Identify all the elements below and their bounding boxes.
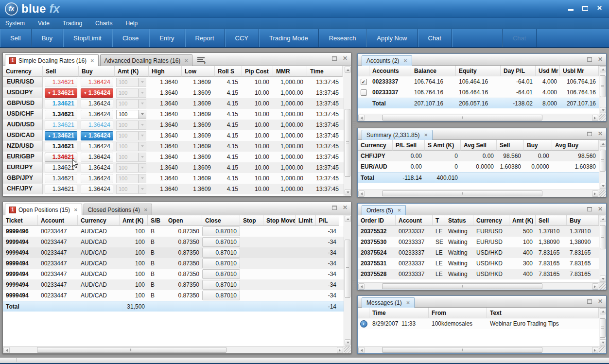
- message-row[interactable]: i8/29/2007 11:33100kdemosalesWebinar Eur…: [358, 318, 606, 329]
- panel-maximize-icon[interactable]: [332, 206, 337, 210]
- resize-grip[interactable]: [599, 282, 606, 290]
- scroll-right-icon[interactable]: [592, 191, 598, 197]
- orders-vertical-scrollbar[interactable]: [599, 215, 606, 282]
- column-header-s-amt-k[interactable]: S Amt (K): [425, 140, 461, 151]
- order-row[interactable]: 2037553000233337SEWaitingEUR/USD1001,380…: [358, 237, 606, 247]
- scroll-left-icon[interactable]: [358, 347, 365, 353]
- sell-price-button[interactable]: 1.34621: [45, 153, 77, 162]
- checkbox-checked[interactable]: ✓: [361, 79, 367, 85]
- column-header-sell[interactable]: Sell: [497, 140, 524, 151]
- window-minimize-icon[interactable]: [568, 9, 574, 11]
- resize-grip[interactable]: [344, 346, 351, 353]
- close-price-button[interactable]: 0.87010: [202, 259, 240, 268]
- column-header-usd-mr[interactable]: Usd Mr: [536, 66, 560, 76]
- order-row[interactable]: 2037553100233337LEWaitingUSD/HKD3007.831…: [358, 258, 606, 269]
- column-header-limit[interactable]: Limit: [296, 215, 316, 226]
- resize-grip[interactable]: [599, 346, 606, 353]
- buy-price-button[interactable]: 1.36424: [81, 121, 113, 130]
- column-header-balance[interactable]: Balance: [411, 66, 456, 76]
- sell-price-button[interactable]: 1.34621: [45, 78, 77, 87]
- scroll-up-icon[interactable]: [600, 140, 606, 147]
- panel-close-icon[interactable]: ✕: [598, 131, 603, 137]
- toolbar-entry-button[interactable]: Entry: [149, 29, 185, 47]
- panel-close-icon[interactable]: ✕: [598, 206, 603, 212]
- column-header-currency[interactable]: Currency: [358, 140, 393, 151]
- accounts-tab[interactable]: Accounts (2) ✕: [362, 55, 412, 66]
- accounts-vertical-scrollbar[interactable]: [599, 66, 606, 114]
- column-header-p-l-sell[interactable]: P/L Sell: [393, 140, 425, 151]
- column-header-amt-k[interactable]: Amt (K): [115, 66, 149, 77]
- column-header-currency[interactable]: Currency: [473, 215, 509, 226]
- messages-horizontal-scrollbar[interactable]: [358, 346, 599, 353]
- panel-close-icon[interactable]: ✕: [343, 55, 348, 61]
- column-header-p-l[interactable]: P/L: [316, 215, 339, 226]
- positions-vertical-scrollbar[interactable]: [344, 215, 351, 346]
- tab-close-icon[interactable]: ✕: [90, 58, 94, 63]
- accounts-horizontal-scrollbar[interactable]: [358, 114, 599, 121]
- column-header-stop-move[interactable]: Stop Move: [263, 215, 296, 226]
- scroll-up-icon[interactable]: [600, 216, 606, 222]
- column-header-usbl-mr[interactable]: Usbl Mr: [560, 66, 599, 76]
- orders-horizontal-scrollbar[interactable]: [358, 282, 599, 290]
- toolbar-sell-button[interactable]: Sell: [0, 29, 32, 47]
- scrollbar-thumb[interactable]: [600, 150, 606, 172]
- buy-price-button[interactable]: 1.36424: [81, 99, 113, 108]
- column-header-order-id[interactable]: Order ID: [358, 215, 396, 226]
- scroll-right-icon[interactable]: [592, 115, 598, 121]
- menu-item-trading[interactable]: Trading: [63, 20, 82, 27]
- column-header-buy[interactable]: Buy: [567, 215, 599, 226]
- dealing-row-nzd-usd[interactable]: NZD/USD1.346211.364241001.36401.36094.15…: [3, 141, 351, 152]
- column-header-currency[interactable]: Currency: [3, 66, 43, 77]
- panel-maximize-icon[interactable]: [587, 207, 592, 211]
- column-header-pip-cost[interactable]: Pip Cost: [242, 66, 273, 77]
- buy-price-button[interactable]: 1.36424: [81, 185, 113, 194]
- column-header-close[interactable]: Close: [202, 215, 240, 226]
- column-header-open[interactable]: Open: [165, 215, 202, 226]
- close-price-button[interactable]: 0.87010: [202, 280, 240, 290]
- column-header-avg-sell[interactable]: Avg Sell: [461, 140, 497, 151]
- scroll-up-icon[interactable]: [600, 308, 606, 314]
- scroll-left-icon[interactable]: [358, 283, 365, 290]
- buy-price-button[interactable]: 1.36424: [81, 78, 113, 87]
- dealing-row-usd-chf[interactable]: USD/CHF1.346211.364241001.36401.36094.15…: [3, 109, 351, 120]
- sell-price-button[interactable]: 1.34621: [45, 185, 77, 194]
- column-header-blank[interactable]: [358, 308, 369, 318]
- positions-tab-closed-positions-4[interactable]: Closed Positions (4)✕: [84, 204, 152, 215]
- position-row[interactable]: 999949600233447AUD/CAD100B0.873500.87010…: [3, 226, 351, 237]
- panel-maximize-icon[interactable]: [587, 57, 592, 62]
- sell-price-button[interactable]: 1.34621: [45, 163, 77, 173]
- buy-price-button[interactable]: ▼1.36424: [81, 88, 113, 98]
- scrollbar-thumb[interactable]: [37, 347, 226, 353]
- column-header-day-p-l[interactable]: Day P/L: [501, 66, 536, 76]
- positions-tab-open-positions-15[interactable]: 1Open Positions (15)✕: [5, 204, 82, 215]
- scroll-down-icon[interactable]: [345, 339, 351, 346]
- positions-horizontal-scrollbar[interactable]: [3, 346, 344, 353]
- position-row[interactable]: 999949400233447AUD/CAD100B0.873500.87010…: [3, 237, 351, 247]
- menu-item-charts[interactable]: Charts: [95, 20, 112, 27]
- scroll-up-icon[interactable]: [345, 67, 351, 73]
- column-header-mmr[interactable]: MMR: [273, 66, 307, 77]
- rates-list-menu-icon[interactable]: ▾: [197, 57, 205, 63]
- sell-price-button[interactable]: ▼1.34621: [45, 88, 77, 98]
- resize-grip[interactable]: [599, 190, 606, 197]
- column-header-buy[interactable]: Buy: [79, 66, 115, 77]
- menu-item-vide[interactable]: Vide: [38, 20, 50, 27]
- column-header-sell[interactable]: Sell: [536, 215, 567, 226]
- summary-row[interactable]: CHF/JPY0.0000.0098.5600.0098.560: [358, 151, 606, 161]
- tab-close-icon[interactable]: ✕: [144, 208, 148, 212]
- summary-horizontal-scrollbar[interactable]: [358, 190, 599, 197]
- toolbar-apply-now-button[interactable]: Apply Now: [366, 29, 418, 47]
- chevron-down-icon[interactable]: [138, 110, 146, 119]
- scroll-left-icon[interactable]: [358, 115, 365, 121]
- scroll-right-icon[interactable]: [592, 283, 598, 290]
- scroll-right-icon[interactable]: [337, 347, 343, 353]
- position-row[interactable]: 999949400233447AUD/CAD100B0.873500.87010…: [3, 258, 351, 269]
- dealing-row-gbp-usd[interactable]: GBP/USD1.346211.364241001.36401.36094.15…: [3, 98, 351, 109]
- scroll-down-icon[interactable]: [600, 339, 606, 346]
- scroll-down-icon[interactable]: [600, 183, 606, 189]
- toolbar-report-button[interactable]: Report: [185, 29, 225, 47]
- column-header-t[interactable]: T: [433, 215, 445, 226]
- sell-price-button[interactable]: 1.34621: [45, 99, 77, 108]
- splitter-grip[interactable]: [352, 121, 356, 132]
- dealing-row-eur-jpy[interactable]: EUR/JPY1.346211.364241001.36401.36094.15…: [3, 162, 351, 173]
